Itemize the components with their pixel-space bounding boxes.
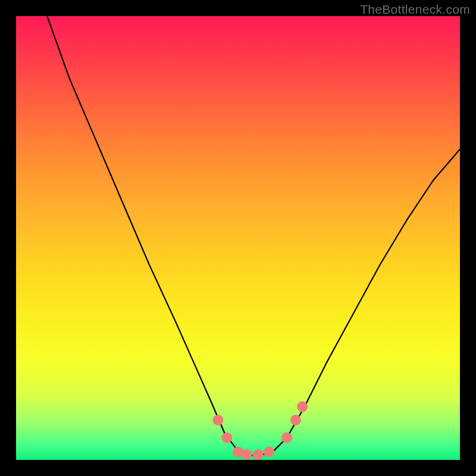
- marker-left-upper: [212, 415, 223, 425]
- chart-frame: TheBottleneck.com: [0, 0, 476, 476]
- marker-right-3: [297, 402, 308, 412]
- marker-trough-3: [253, 449, 264, 460]
- marker-right-2: [290, 415, 301, 425]
- marker-left-lower: [221, 433, 232, 443]
- marker-trough-2: [242, 449, 252, 460]
- marker-trough-4: [264, 447, 274, 458]
- bottleneck-curve: [47, 16, 460, 456]
- plot-area: [16, 16, 460, 460]
- watermark-text: TheBottleneck.com: [360, 2, 470, 17]
- curve-layer: [16, 16, 460, 460]
- marker-right-1: [281, 433, 292, 443]
- marker-group: [212, 402, 308, 461]
